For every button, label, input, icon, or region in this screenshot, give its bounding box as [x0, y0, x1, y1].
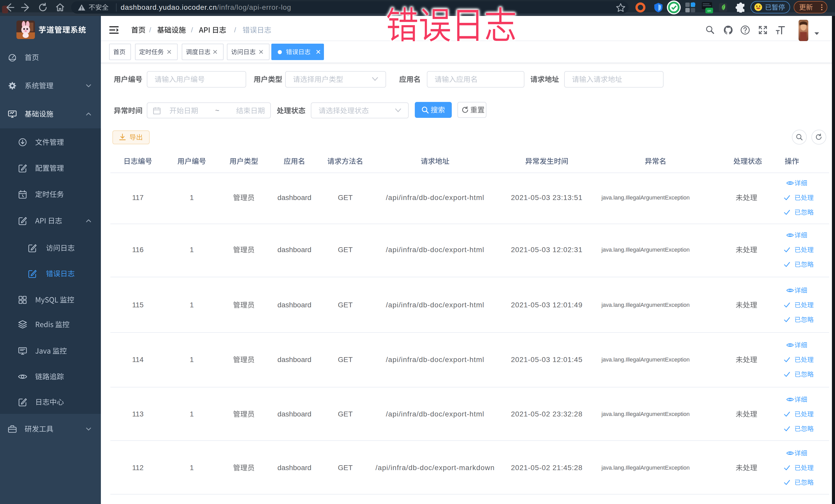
- svg-text:on: on: [708, 9, 711, 13]
